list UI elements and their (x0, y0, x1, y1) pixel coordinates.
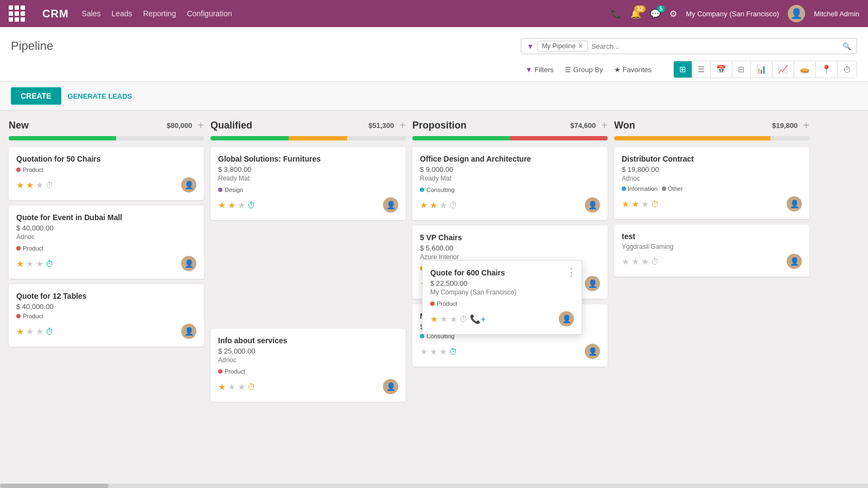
column-proposition-add[interactable]: + (601, 119, 608, 132)
filter-tag[interactable]: My Pipeline ✕ (537, 41, 588, 52)
star-3[interactable]: ★ (238, 382, 245, 392)
card-tag: Product (16, 313, 43, 319)
star-2[interactable]: ★ (228, 382, 235, 392)
star-2[interactable]: ★ (430, 346, 437, 357)
app-grid-icon[interactable] (9, 5, 25, 22)
column-won-progress (614, 136, 809, 140)
tag-dot (16, 168, 21, 172)
star-2[interactable]: ★ (26, 326, 34, 337)
star-1[interactable]: ★ (16, 326, 24, 337)
star-3[interactable]: ★ (439, 346, 447, 357)
star-1[interactable]: ★ (420, 200, 427, 210)
filter-tag-close[interactable]: ✕ (578, 42, 583, 50)
filters-label: Filters (534, 66, 553, 74)
nav-configuration[interactable]: Configuration (187, 9, 232, 18)
settings-icon[interactable]: ⚙ (669, 9, 677, 19)
card-event-dubai[interactable]: Quote for Event in Dubai Mall $ 40,000.0… (9, 206, 204, 279)
filters-button[interactable]: ▼ Filters (525, 66, 553, 74)
card-info-services[interactable]: Info about services $ 25,000.00 Adnoc Pr… (210, 329, 406, 402)
card-footer: ★ ★ ★ ⏱ 👤 (218, 379, 398, 394)
card-test[interactable]: test Yggdrasil Gaming ★ ★ ★ ⏱ 👤 (614, 224, 809, 277)
column-qualified-progress (210, 136, 406, 140)
star-3[interactable]: ★ (36, 259, 43, 269)
star-1[interactable]: ★ (420, 346, 427, 357)
view-kanban[interactable]: ⊞ (674, 61, 692, 78)
star-1[interactable]: ★ (16, 180, 24, 190)
horizontal-scrollbar[interactable] (0, 484, 868, 488)
topnav: CRM Sales Leads Reporting Configuration … (0, 0, 868, 27)
clock-icon: ⏱ (46, 181, 54, 190)
card-office-design[interactable]: Office Design and Architecture $ 9,000.0… (412, 147, 608, 220)
view-pie[interactable]: 🥧 (794, 61, 816, 78)
favorites-icon: ★ (614, 66, 621, 74)
star-2[interactable]: ★ (440, 314, 448, 324)
star-3[interactable]: ★ (36, 326, 43, 337)
card-title: Info about services (218, 336, 398, 345)
star-3[interactable]: ★ (439, 200, 447, 210)
phone-add-icon[interactable]: 📞+ (470, 314, 486, 324)
create-button[interactable]: CREATE (11, 87, 61, 105)
column-qualified: Qualified $51,300 + Global Solutions: Fu… (210, 119, 406, 488)
bell-badge: 32 (634, 5, 646, 12)
star-2[interactable]: ★ (430, 200, 437, 210)
tag-label: Product (437, 300, 457, 307)
view-calendar[interactable]: 📅 (711, 61, 732, 78)
tag-label: Product (23, 313, 43, 319)
column-new-add[interactable]: + (197, 119, 204, 132)
nav-leads[interactable]: Leads (112, 9, 132, 18)
bell-icon[interactable]: 🔔 32 (630, 9, 641, 19)
kebab-menu[interactable]: ⋮ (566, 266, 576, 278)
star-1[interactable]: ★ (16, 259, 24, 269)
view-line[interactable]: 📈 (773, 61, 794, 78)
phone-icon[interactable]: 📞 (611, 9, 622, 19)
column-won-add[interactable]: + (803, 119, 809, 132)
star-1[interactable]: ★ (218, 382, 226, 392)
nav-reporting[interactable]: Reporting (143, 9, 176, 18)
pipeline-board: New $80,000 + Quotation for 50 Chairs Pr… (0, 111, 868, 488)
scrollbar-thumb[interactable] (0, 484, 108, 488)
nav-sales[interactable]: Sales (82, 9, 101, 18)
clock-icon: ⏱ (247, 201, 256, 210)
card-distributor-contract[interactable]: Distributor Contract $ 19,800.00 Adnoc I… (614, 147, 809, 219)
user-avatar[interactable]: 👤 (788, 5, 805, 22)
star-1[interactable]: ★ (430, 314, 438, 324)
favorites-button[interactable]: ★ Favorites (614, 66, 652, 74)
star-3[interactable]: ★ (36, 180, 43, 190)
groupby-button[interactable]: ☰ Group By (565, 66, 603, 74)
star-2[interactable]: ★ (631, 256, 639, 267)
card-12-tables[interactable]: Quote for 12 Tables $ 40,000.00 Product … (9, 284, 204, 346)
star-3[interactable]: ★ (641, 256, 649, 267)
card-title: Quote for 600 Chairs (430, 268, 574, 277)
star-2[interactable]: ★ (26, 259, 34, 269)
star-1[interactable]: ★ (218, 200, 226, 210)
star-3[interactable]: ★ (238, 200, 245, 210)
star-3[interactable]: ★ (450, 314, 457, 324)
generate-leads-button[interactable]: GENERATE LEADS (68, 92, 132, 100)
star-2[interactable]: ★ (26, 180, 34, 190)
card-footer: ★ ★ ★ ⏱ 👤 (622, 254, 802, 269)
view-switcher: ⊞ ☰ 📅 ⊟ 📊 📈 🥧 📍 ⏱ (673, 61, 857, 78)
view-table[interactable]: ⊟ (732, 61, 751, 78)
card-avatar: 👤 (585, 276, 600, 291)
star-3[interactable]: ★ (641, 199, 649, 209)
view-map[interactable]: 📍 (816, 61, 838, 78)
view-bar[interactable]: 📊 (751, 61, 773, 78)
card-quotation-50-chairs[interactable]: Quotation for 50 Chairs Product ★ ★ ★ ⏱ … (9, 147, 204, 200)
card-global-solutions[interactable]: Global Solutions: Furnitures $ 3,800.00 … (210, 147, 406, 220)
view-list[interactable]: ☰ (692, 61, 711, 78)
star-1[interactable]: ★ (622, 199, 629, 209)
star-1[interactable]: ★ (622, 256, 629, 267)
column-qualified-add[interactable]: + (399, 119, 406, 132)
card-amount: $ 40,000.00 (16, 224, 196, 232)
card-floating-600-chairs[interactable]: ⋮ Quote for 600 Chairs $ 22,500.00 My Co… (422, 260, 582, 335)
star-2[interactable]: ★ (631, 199, 639, 209)
tag-dot (430, 301, 435, 306)
view-activity[interactable]: ⏱ (838, 62, 857, 78)
filter-funnel-icon: ▼ (527, 42, 534, 50)
search-input[interactable] (588, 41, 843, 52)
topnav-right: 📞 🔔 32 💬 5 ⚙ My Company (San Francisco) … (611, 5, 859, 22)
chat-icon[interactable]: 💬 5 (650, 9, 661, 19)
tag-dot (420, 188, 424, 192)
search-icon[interactable]: 🔍 (843, 42, 851, 50)
star-2[interactable]: ★ (228, 200, 235, 210)
